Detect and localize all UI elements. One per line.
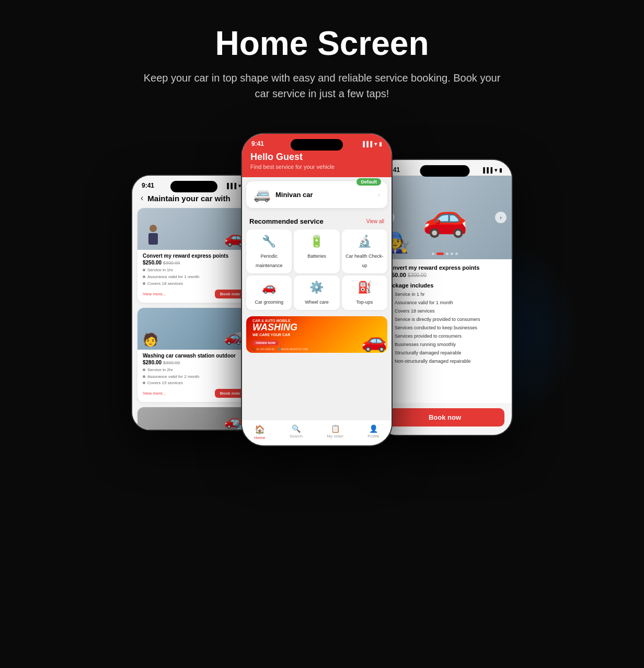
phone-right: 9:41 ▐▐▐ ▾ ▮ 🚗 🧑‍🔧 ‹ › (377, 159, 513, 436)
orders-label: My order (327, 434, 343, 439)
home-icon: 🏠 (255, 424, 265, 434)
recommended-section-header: Recommended service View all (242, 212, 392, 229)
vehicle-icon: 🚐 (254, 187, 270, 203)
card1-info: Convert my reward express points $250.00… (137, 250, 250, 302)
center-header: Hello Guest Find best service for your v… (242, 149, 392, 177)
package-text-8: Non-structurally damaged repairable (395, 359, 471, 365)
vehicle-name: Minivan car (275, 191, 313, 199)
person-icon: 🧑 (143, 332, 158, 347)
package-text-7: Structurally damaged repairable (395, 350, 462, 356)
package-text-4: Services conducted to keep businesses (395, 325, 477, 331)
phones-container: 9:41 ▐▐▐ ▾ ▮ ‹ Maintain your car with (0, 112, 644, 467)
grooming-label: Car grooming (255, 300, 283, 305)
left-header: ‹ Maintain your car with (132, 191, 256, 208)
service-item-topups[interactable]: ⛽ Top-ups (342, 275, 387, 310)
card2-info: Washing car carwash station outdoor $280… (137, 350, 250, 402)
banner-cta[interactable]: ORDER NOW (252, 340, 279, 345)
left-time: 9:41 (142, 182, 154, 189)
card1-footer: View more... Book now (143, 290, 245, 298)
promo-banner[interactable]: CAR & AUTO MOBILE WASHING WE CARE YOUR C… (246, 316, 387, 353)
health-label: Car health Check-up (346, 254, 384, 268)
dot-4 (455, 252, 458, 255)
grooming-icon: 🚗 (249, 281, 289, 294)
home-label: Home (254, 435, 265, 440)
package-text-5: Services provided to consumers (395, 333, 462, 340)
package-item-1: ✅ Assurance valid for 1 month (385, 300, 504, 306)
package-item-5: ✅ Services provided to consumers (385, 333, 504, 340)
card1-price: $250.00 $300.00 (143, 260, 245, 266)
view-all-link[interactable]: View all (366, 218, 384, 224)
orders-icon: 📋 (331, 424, 340, 433)
nav-home[interactable]: 🏠 Home (254, 424, 265, 440)
right-book-button[interactable]: Book now (385, 408, 504, 427)
page-title: Home Screen (10, 25, 634, 62)
greeting-text: Hello Guest (250, 152, 383, 163)
service-item-periodic[interactable]: 🔧 Periodic maintenance (246, 229, 292, 273)
back-button[interactable]: ‹ (141, 193, 143, 203)
periodic-icon: 🔧 (249, 235, 289, 248)
wheel-label: Wheel care (305, 300, 329, 305)
left-notch (170, 181, 217, 192)
banner-line1: CAR & AUTO MOBILE (252, 319, 308, 323)
search-label: Search (290, 434, 303, 439)
right-service-title: Convert my reward express points (385, 264, 504, 271)
signal-icon: ▐▐▐ (225, 183, 236, 189)
banner-phone: 📞 00 333 2000 00 🌐 WWW.WEBSITE.COM (252, 348, 308, 351)
dot-1 (436, 252, 444, 255)
card1-view-more[interactable]: View more... (143, 292, 166, 296)
banner-line3: WE CARE YOUR CAR (252, 333, 308, 337)
vehicle-selector[interactable]: 🚐 Minivan car Default › (246, 181, 387, 208)
package-item-4: ✅ Services conducted to keep businesses (385, 325, 504, 331)
phone-left: 9:41 ▐▐▐ ▾ ▮ ‹ Maintain your car with (131, 175, 257, 431)
service-card-2: 🧑 🚿 Washing car carwash station outdoor … (137, 308, 250, 402)
nav-orders[interactable]: 📋 My order (327, 424, 343, 440)
dot-2 (446, 252, 448, 255)
chevron-right-icon: › (378, 191, 380, 199)
right-price-old: $300.00 (408, 272, 427, 278)
page-header: Home Screen Keep your car in top shape w… (0, 0, 644, 112)
periodic-label: Periodic maintenance (256, 254, 283, 268)
right-status-icons: ▐▐▐ ▾ ▮ (481, 167, 502, 173)
default-badge: Default (356, 178, 381, 186)
service-item-wheel[interactable]: ⚙️ Wheel care (294, 275, 339, 310)
service-item-health[interactable]: 🔬 Car health Check-up (342, 229, 387, 273)
next-arrow[interactable]: › (495, 212, 507, 223)
card2-image: 🧑 🚿 (137, 308, 250, 350)
service-item-batteries[interactable]: 🔋 Batteries (294, 229, 339, 273)
package-text-3: Service is directly provided to consumer… (395, 317, 480, 323)
card2-price-new: $280.00 (143, 360, 162, 365)
card2-meta: Service in 2hr Assurance valid for 2 mon… (143, 367, 245, 387)
package-text-2: Covers 18 services (395, 308, 435, 315)
phone-center: 9:41 ▐▐▐ ▾ ▮ Hello Guest Find best servi… (241, 133, 393, 446)
service-item-grooming[interactable]: 🚗 Car grooming (246, 275, 292, 310)
home-indicator (242, 442, 392, 445)
package-item-2: ✅ Covers 18 services (385, 308, 504, 315)
card2-footer: View more... Book now (143, 389, 245, 398)
profile-label: Profile (367, 434, 380, 439)
right-info-panel: Convert my reward express points $250.00… (378, 259, 512, 403)
banner-text-block: CAR & AUTO MOBILE WASHING WE CARE YOUR C… (252, 319, 308, 351)
center-time: 9:41 (251, 140, 264, 147)
service-card-1: 🚗 Convert my reward express points $250.… (137, 208, 250, 302)
package-item-3: ✅ Service is directly provided to consum… (385, 317, 504, 323)
card2-price-old: $300.00 (163, 360, 180, 365)
package-title: Package includes (385, 282, 504, 289)
nav-profile[interactable]: 👤 Profile (367, 424, 380, 440)
center-scroll-content[interactable]: 🚐 Minivan car Default › Recommended serv… (242, 177, 392, 420)
card2-view-more[interactable]: View more... (143, 391, 166, 396)
health-icon: 🔬 (345, 235, 384, 248)
card1-price-new: $250.00 (143, 260, 162, 266)
nav-search[interactable]: 🔍 Search (290, 424, 303, 440)
recommended-title: Recommended service (249, 217, 324, 225)
center-status-icons: ▐▐▐ ▾ ▮ (361, 141, 382, 147)
right-battery-icon: ▮ (499, 167, 502, 173)
image-dot-indicators (432, 252, 458, 255)
dot-0 (432, 252, 434, 255)
center-battery-icon: ▮ (379, 141, 382, 147)
package-item-6: ✅ Businesses running smoothly (385, 342, 504, 348)
center-wifi-icon: ▾ (374, 141, 377, 147)
right-home-indicator (378, 432, 512, 435)
card1-price-old: $300.00 (163, 260, 180, 266)
right-notch (420, 165, 470, 177)
card2-price: $280.00 $300.00 (143, 360, 245, 365)
